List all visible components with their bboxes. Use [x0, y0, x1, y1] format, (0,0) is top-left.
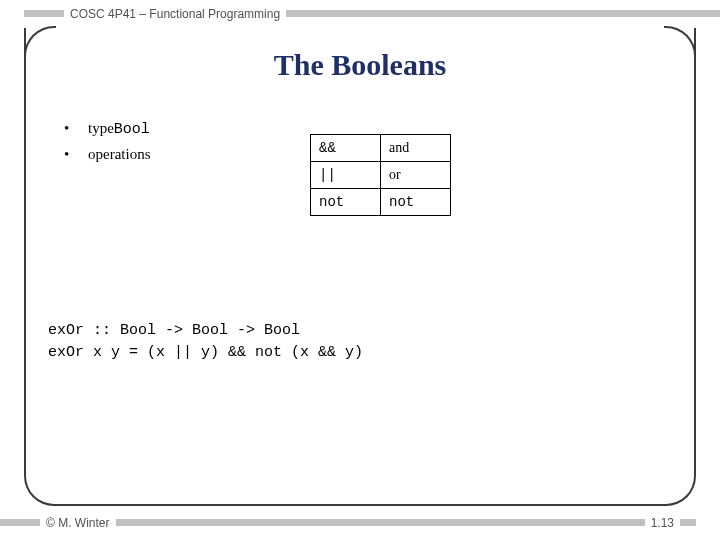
cell-desc: or: [381, 162, 451, 189]
table-row: || or: [311, 162, 451, 189]
cell-desc: and: [381, 135, 451, 162]
table-row: not not: [311, 189, 451, 216]
cell-desc: not: [381, 189, 451, 216]
header-wrap: COSC 4P41 – Functional Programming: [64, 4, 286, 22]
slide-frame: [24, 28, 696, 506]
bullet-1-text: type: [88, 120, 114, 137]
footer-left-wrap: © M. Winter: [40, 513, 116, 531]
code-block: exOr :: Bool -> Bool -> Bool exOr x y = …: [48, 320, 363, 364]
page-number: 1.13: [651, 516, 674, 530]
bullet-1-code: Bool: [114, 121, 150, 138]
cell-op: not: [311, 189, 381, 216]
slide-title: The Booleans: [0, 48, 720, 82]
footer-right-wrap: 1.13: [645, 513, 680, 531]
table-row: && and: [311, 135, 451, 162]
copyright: © M. Winter: [46, 516, 110, 530]
cell-op: ||: [311, 162, 381, 189]
bullet-2-text: operations: [88, 146, 150, 163]
bullet-dot: •: [60, 146, 88, 163]
operations-table: && and || or not not: [310, 134, 451, 216]
bullet-dot: •: [60, 120, 88, 137]
course-header: COSC 4P41 – Functional Programming: [70, 7, 280, 21]
cell-op: &&: [311, 135, 381, 162]
